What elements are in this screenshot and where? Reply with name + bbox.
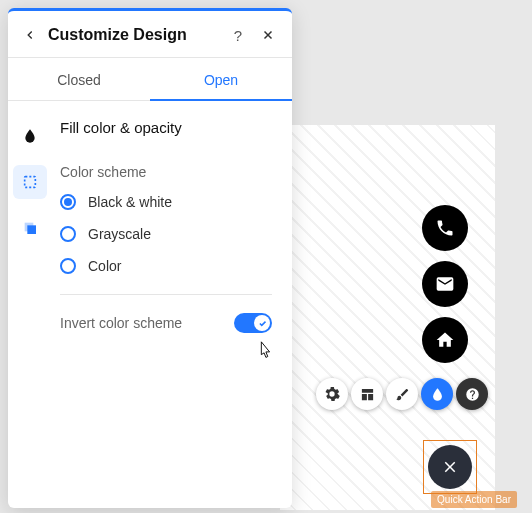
panel-body: Fill color & opacity Color scheme Black …	[8, 101, 292, 508]
tab-closed[interactable]: Closed	[8, 58, 150, 100]
question-icon	[465, 387, 480, 402]
question-mark-icon: ?	[234, 27, 242, 44]
radio-indicator	[60, 194, 76, 210]
design-toolbar	[316, 378, 488, 410]
drop-icon	[430, 387, 445, 402]
panel-title: Customize Design	[48, 26, 228, 44]
rail-shadow[interactable]	[13, 211, 47, 245]
phone-fab[interactable]	[422, 205, 468, 251]
back-button[interactable]	[22, 27, 38, 43]
email-icon	[435, 274, 455, 294]
home-icon	[435, 330, 455, 350]
state-tabs: Closed Open	[8, 58, 292, 101]
fill-tool[interactable]	[421, 378, 453, 410]
color-scheme-group: Black & white Grayscale Color	[60, 194, 272, 274]
radio-label: Color	[88, 258, 121, 274]
rail-border[interactable]	[13, 165, 47, 199]
rail-fill[interactable]	[13, 119, 47, 153]
close-icon	[261, 28, 275, 42]
check-icon	[258, 319, 267, 328]
radio-indicator	[60, 258, 76, 274]
svg-rect-2	[27, 225, 36, 234]
invert-label: Invert color scheme	[60, 315, 182, 331]
help-tool[interactable]	[456, 378, 488, 410]
editor-canvas: Quick Action Bar Customize Design ? Clos…	[0, 0, 532, 513]
close-fab-selection[interactable]	[423, 440, 477, 494]
drop-icon	[22, 128, 38, 144]
panel-content: Fill color & opacity Color scheme Black …	[52, 101, 292, 508]
selection-badge: Quick Action Bar	[431, 491, 517, 508]
dashed-square-icon	[22, 174, 38, 190]
settings-tool[interactable]	[316, 378, 348, 410]
stack-icon	[22, 220, 38, 236]
layout-tool[interactable]	[351, 378, 383, 410]
invert-row: Invert color scheme	[60, 313, 272, 333]
radio-color[interactable]: Color	[60, 258, 272, 274]
layout-icon	[360, 387, 375, 402]
radio-label: Grayscale	[88, 226, 151, 242]
toggle-knob	[254, 315, 270, 331]
brush-tool[interactable]	[386, 378, 418, 410]
email-fab[interactable]	[422, 261, 468, 307]
section-title: Fill color & opacity	[60, 119, 272, 136]
radio-indicator	[60, 226, 76, 242]
invert-toggle[interactable]	[234, 313, 272, 333]
quick-action-stack	[422, 205, 468, 363]
color-scheme-label: Color scheme	[60, 164, 272, 180]
radio-grayscale[interactable]: Grayscale	[60, 226, 272, 242]
gear-icon	[324, 386, 340, 402]
divider	[60, 294, 272, 295]
help-button[interactable]: ?	[228, 25, 248, 45]
home-fab[interactable]	[422, 317, 468, 363]
radio-black-white[interactable]: Black & white	[60, 194, 272, 210]
customize-design-panel: Customize Design ? Closed Open	[8, 8, 292, 508]
panel-header: Customize Design ?	[8, 11, 292, 58]
radio-label: Black & white	[88, 194, 172, 210]
svg-rect-0	[25, 177, 36, 188]
brush-icon	[395, 387, 410, 402]
close-panel-button[interactable]	[260, 27, 276, 43]
side-rail	[8, 101, 52, 508]
close-icon	[441, 458, 459, 476]
close-fab[interactable]	[428, 445, 472, 489]
chevron-left-icon	[23, 28, 37, 42]
phone-icon	[435, 218, 455, 238]
tab-open[interactable]: Open	[150, 58, 292, 100]
